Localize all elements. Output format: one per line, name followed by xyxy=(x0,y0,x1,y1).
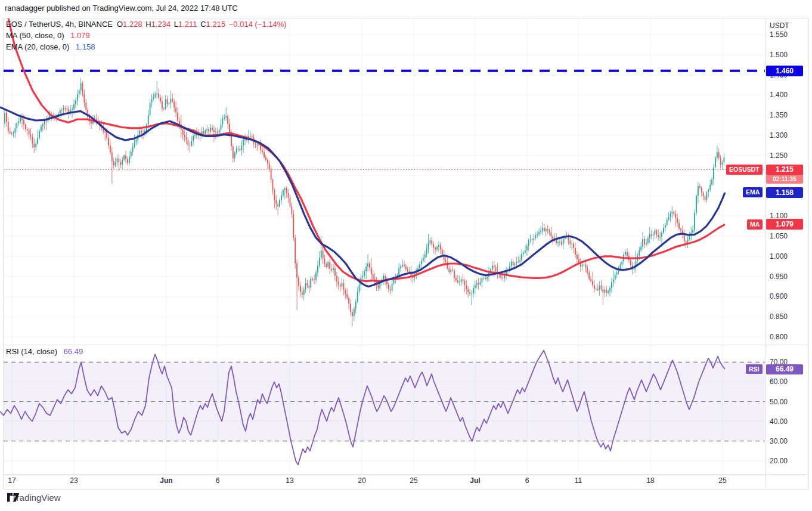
ma-price-badge[interactable]: 1.079 xyxy=(766,219,803,230)
last-price-badge[interactable]: 1.215 02:11:35 xyxy=(766,165,803,184)
price-tick-label: 0.900 xyxy=(770,292,788,301)
price-tick-label: 0.950 xyxy=(770,272,788,281)
rsi-legend-value: 66.49 xyxy=(64,347,83,356)
price-chart-canvas[interactable] xyxy=(0,18,765,345)
ma-legend-label: MA (50, close, 0) xyxy=(6,31,64,40)
rsi-tick-label: 40.00 xyxy=(770,417,788,426)
rsi-value-badge[interactable]: 66.49 xyxy=(766,364,803,374)
time-tick-label: 11 xyxy=(575,476,582,485)
tradingview-chart-snapshot: ranadagger published on TradingView.com,… xyxy=(0,0,812,511)
price-tick-label: 0.850 xyxy=(770,312,788,321)
bar-countdown: 02:11:35 xyxy=(766,175,803,184)
price-tick-label: 1.550 xyxy=(770,30,788,39)
price-scale-unit: USDT xyxy=(770,21,789,30)
tradingview-logo-icon xyxy=(7,493,20,502)
ohlc-values: O1.228 H1.234 L1.211 C1.215 −0.014 (−1.1… xyxy=(117,20,287,29)
time-tick-label: 17 xyxy=(8,476,16,485)
price-tick-label: 1.000 xyxy=(770,252,788,261)
ma-legend-row[interactable]: MA (50, close, 0) 1.079 xyxy=(6,31,90,40)
rsi-tick-label: 30.00 xyxy=(770,437,788,445)
rsi-tick-label: 50.00 xyxy=(770,398,788,406)
level-price-badge[interactable]: 1.460 xyxy=(766,66,803,76)
rsi-tick-label: 20.00 xyxy=(770,457,788,465)
symbol-legend-row[interactable]: EOS / TetherUS, 4h, BINANCEO1.228 H1.234… xyxy=(6,20,287,29)
price-tick-label: 1.050 xyxy=(770,232,788,240)
time-tick-label: 6 xyxy=(216,476,220,485)
price-tick-label: 1.500 xyxy=(770,51,788,59)
rsi-chart-canvas[interactable] xyxy=(0,345,765,474)
ema-legend-label: EMA (20, close, 0) xyxy=(6,42,69,51)
price-tick-label: 0.800 xyxy=(770,333,788,341)
time-tick-label: 25 xyxy=(718,476,726,485)
price-tick-label: 1.300 xyxy=(770,131,788,140)
time-tick-label: Jun xyxy=(160,476,172,485)
frame-bottom-line xyxy=(3,489,809,490)
time-tick-label: 18 xyxy=(646,476,654,485)
time-axis-separator xyxy=(3,474,809,475)
ma-legend-value: 1.079 xyxy=(70,31,90,40)
ma-tag-badge[interactable]: MA xyxy=(747,219,763,230)
price-tick-label: 1.250 xyxy=(770,151,788,160)
price-scale-separator xyxy=(765,18,765,489)
ema-price-badge[interactable]: 1.158 xyxy=(766,187,803,198)
ema-tag-badge[interactable]: EMA xyxy=(743,187,763,197)
rsi-tick-label: 60.00 xyxy=(770,377,788,386)
time-tick-label: 25 xyxy=(410,476,417,485)
rsi-legend-row[interactable]: RSI (14, close) 66.49 xyxy=(6,347,83,356)
rsi-legend-label: RSI (14, close) xyxy=(6,347,57,356)
symbol-title: EOS / TetherUS, 4h, BINANCE xyxy=(6,20,113,29)
time-tick-label: 6 xyxy=(525,476,529,485)
publish-header: ranadagger published on TradingView.com,… xyxy=(5,4,238,13)
time-tick-label: 13 xyxy=(286,476,293,485)
price-tick-label: 1.400 xyxy=(770,91,788,99)
price-tick-label: 1.350 xyxy=(770,111,788,119)
symbol-tag-badge[interactable]: EOSUSDT xyxy=(726,165,763,175)
rsi-tag-badge[interactable]: RSI xyxy=(746,364,763,374)
time-tick-label: 23 xyxy=(70,476,78,485)
ema-legend-value: 1.158 xyxy=(76,42,95,51)
last-price-value: 1.215 xyxy=(766,165,803,175)
time-tick-label: Jul xyxy=(470,476,480,485)
frame-right-line xyxy=(808,18,809,489)
ema-legend-row[interactable]: EMA (20, close, 0) 1.158 xyxy=(6,42,95,51)
tradingview-logo[interactable]: TradingView xyxy=(7,493,61,503)
time-tick-label: 20 xyxy=(358,476,365,485)
